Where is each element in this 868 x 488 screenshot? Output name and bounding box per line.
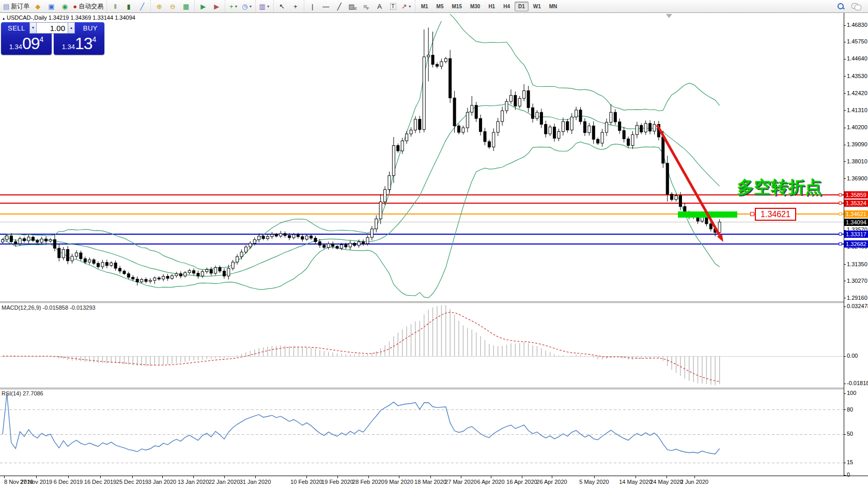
sell-price-sup: 4 xyxy=(40,35,44,43)
search-icon[interactable] xyxy=(838,3,844,10)
bar-chart-icon: ‖ xyxy=(114,3,116,10)
autotrading-icon: ● xyxy=(73,3,77,10)
timeframe-w1[interactable]: W1 xyxy=(530,2,545,11)
line-chart-icon: ╱ xyxy=(140,3,144,10)
chart-shift-icon[interactable]: ▶ xyxy=(210,1,223,11)
volume-up-spinner[interactable]: ▴ xyxy=(68,22,75,34)
text-icon: A xyxy=(377,3,382,10)
auto-scroll-icon: ▶ xyxy=(200,3,206,10)
date-tick-label: 31 Jan 2020 xyxy=(240,479,271,485)
timeframe-h4[interactable]: H4 xyxy=(500,2,514,11)
date-tick-label: 14 May 2020 xyxy=(619,479,652,485)
toolbar-group: ▥▼ xyxy=(255,0,273,12)
market-watch-icon: ▣ xyxy=(48,3,54,10)
toolbar-group: ‖▮╱ xyxy=(106,0,150,12)
timeframe-m15[interactable]: M15 xyxy=(448,2,465,11)
buy-price-small: 1.34 xyxy=(62,43,75,51)
channel-icon[interactable]: ▨E xyxy=(347,1,359,11)
indicators-icon[interactable]: +▼ xyxy=(227,1,240,11)
sell-label: SELL xyxy=(8,24,25,32)
line-chart-icon[interactable]: ╱ xyxy=(136,1,148,11)
candlestick-icon[interactable]: ▮ xyxy=(122,1,135,11)
periods-icon[interactable]: ◷▼ xyxy=(241,1,253,11)
date-tick-label: 6 Apr 2020 xyxy=(477,479,504,485)
date-tick-label: 26 Apr 2020 xyxy=(536,479,567,485)
fibonacci-icon[interactable]: ≡F xyxy=(360,1,373,11)
trendline-icon: ╱ xyxy=(337,3,342,10)
rsi-panel xyxy=(0,393,844,463)
zoom-out-icon[interactable]: ⊖ xyxy=(166,1,179,11)
chart-profile-icon[interactable]: ◆ xyxy=(32,1,44,11)
tile-windows-icon[interactable]: ▦ xyxy=(180,1,192,11)
toolbar-group: ⊕⊖▦ xyxy=(150,0,194,12)
date-tick-label: 16 Apr 2020 xyxy=(506,479,537,485)
dropdown-arrow-icon[interactable]: ▼ xyxy=(408,5,412,8)
date-tick-label: 10 Feb 2020 xyxy=(290,479,322,485)
auto-scroll-icon[interactable]: ▶ xyxy=(197,1,209,11)
text-icon[interactable]: A xyxy=(374,1,386,11)
new-order-button[interactable]: ▤新订单 xyxy=(2,1,30,11)
volume-control: ▾ ▴ xyxy=(29,22,75,34)
horizontal-line-icon: — xyxy=(322,3,329,10)
arrows-icon[interactable]: ↗▼ xyxy=(400,1,413,11)
market-watch-icon[interactable]: ▣ xyxy=(45,1,57,11)
bollinger-bands xyxy=(3,14,720,298)
toolbar-group: ▤新订单◆▣◉●自动交易 xyxy=(0,0,106,12)
axes: 8 Nov 201927 Nov 20196 Dec 201916 Dec 20… xyxy=(0,13,868,485)
date-tick-label: 19 Feb 2020 xyxy=(321,479,353,485)
buy-price-sup: 4 xyxy=(92,35,97,43)
one-click-trade-panel: SELL 1.34094 BUY 1.34134 ▾ ▴ xyxy=(1,22,104,55)
text-label-icon[interactable]: T xyxy=(387,1,399,11)
date-tick-label: 13 Jan 2020 xyxy=(178,479,209,485)
chart-annotations[interactable] xyxy=(657,14,737,242)
date-tick-label: 16 Dec 2019 xyxy=(84,479,116,485)
timeframe-m5[interactable]: M5 xyxy=(433,2,447,11)
sell-price-small: 1.34 xyxy=(9,43,22,51)
new-order-icon: ▤ xyxy=(3,3,9,10)
toolbar-group: +▼◷▼ xyxy=(225,0,255,12)
dropdown-arrow-icon[interactable]: ▼ xyxy=(267,5,270,8)
timeframe-mn[interactable]: MN xyxy=(546,2,561,11)
toolbar-right xyxy=(833,3,868,10)
dropdown-arrow-icon[interactable]: ▼ xyxy=(249,5,253,8)
vertical-line-icon[interactable]: | xyxy=(306,1,319,11)
volume-down-spinner[interactable]: ▾ xyxy=(29,22,37,34)
date-tick-label: 18 Mar 2020 xyxy=(414,479,446,485)
timeframe-m30[interactable]: M30 xyxy=(467,2,484,11)
buy-label: BUY xyxy=(83,24,98,32)
templates-icon: ▥ xyxy=(259,3,265,10)
vertical-line-icon: | xyxy=(312,3,313,10)
horizontal-line-icon[interactable]: — xyxy=(320,1,332,11)
trendline-icon[interactable]: ╱ xyxy=(333,1,346,11)
mt4-window: ▤新订单◆▣◉●自动交易‖▮╱⊕⊖▦▶▶+▼◷▼▥▼↖+|—╱▨E≡FAT↗▼M… xyxy=(0,0,868,488)
icon-sub-letter: E xyxy=(354,6,357,11)
new-order-button-label: 新订单 xyxy=(11,2,29,11)
zoom-in-icon[interactable]: ⊕ xyxy=(153,1,165,11)
volume-input[interactable] xyxy=(37,22,68,34)
date-tick-label: 27 Mar 2020 xyxy=(445,479,477,485)
toolbar-group: |—╱▨E≡FAT↗▼ xyxy=(304,0,415,12)
toolbar-group: ▶▶ xyxy=(194,0,225,12)
bar-chart-icon[interactable]: ‖ xyxy=(109,1,121,11)
chart-shift-marker[interactable] xyxy=(666,14,672,18)
data-server-icon[interactable]: ◉ xyxy=(58,1,71,11)
indicators-icon: + xyxy=(229,3,234,10)
crosshair-icon[interactable]: + xyxy=(289,1,302,11)
templates-icon[interactable]: ▥▼ xyxy=(258,1,271,11)
date-tick-label: 6 Dec 2019 xyxy=(54,479,83,485)
date-tick-label: 9 Mar 2020 xyxy=(384,479,413,485)
buy-price: 1.34134 xyxy=(54,34,104,53)
timeframe-h1[interactable]: H1 xyxy=(485,2,499,11)
chat-icon[interactable] xyxy=(851,3,861,10)
dropdown-arrow-icon[interactable]: ▼ xyxy=(234,5,238,8)
timeframe-m1[interactable]: M1 xyxy=(417,2,432,11)
chart-canvas[interactable]: 8 Nov 201927 Nov 20196 Dec 201916 Dec 20… xyxy=(0,0,868,488)
timeframe-d1[interactable]: D1 xyxy=(515,2,529,11)
toolbar-group: ↖+ xyxy=(273,0,304,12)
sell-price-big: 09 xyxy=(22,34,40,53)
autotrading-button[interactable]: ●自动交易 xyxy=(72,1,104,11)
cursor-icon[interactable]: ↖ xyxy=(276,1,288,11)
periods-icon: ◷ xyxy=(242,3,247,10)
date-tick-label: 28 Feb 2020 xyxy=(352,479,384,485)
timeframe-group: M1M5M15M30H1H4D1W1MN xyxy=(415,0,563,12)
